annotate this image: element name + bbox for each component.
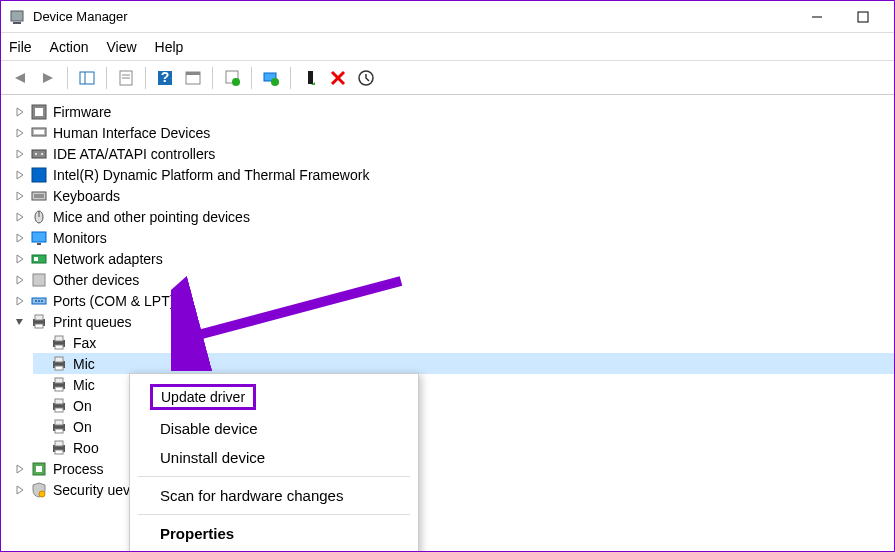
port-icon xyxy=(31,293,47,309)
collapse-icon[interactable] xyxy=(13,315,27,329)
tree-node[interactable]: IDE ATA/ATAPI controllers xyxy=(13,143,894,164)
tree-node[interactable]: Monitors xyxy=(13,227,894,248)
app-icon xyxy=(9,9,25,25)
svg-rect-35 xyxy=(37,243,41,245)
tree-node-label: Intel(R) Dynamic Platform and Thermal Fr… xyxy=(51,167,371,183)
expand-icon[interactable] xyxy=(13,189,27,203)
tree-node[interactable]: Mice and other pointing devices xyxy=(13,206,894,227)
ctx-scan-hardware[interactable]: Scan for hardware changes xyxy=(130,481,418,510)
tree-node[interactable]: Human Interface Devices xyxy=(13,122,894,143)
svg-rect-25 xyxy=(32,150,46,158)
toolbar: ? xyxy=(1,61,894,95)
tree-node-label: Print queues xyxy=(51,314,134,330)
monitor-icon xyxy=(31,230,47,246)
menu-action[interactable]: Action xyxy=(50,39,89,55)
printer-icon xyxy=(51,398,67,414)
network-icon xyxy=(31,251,47,267)
uninstall-device-button[interactable] xyxy=(325,65,351,91)
svg-point-42 xyxy=(41,300,43,302)
svg-rect-22 xyxy=(35,108,43,116)
tree-node-label: Other devices xyxy=(51,272,141,288)
scan-hardware-button[interactable] xyxy=(219,65,245,91)
menu-help[interactable]: Help xyxy=(155,39,184,55)
tree-node[interactable]: Firmware xyxy=(13,101,894,122)
svg-rect-45 xyxy=(35,324,43,328)
ctx-disable-device[interactable]: Disable device xyxy=(130,414,418,443)
tree-child-node[interactable]: Mic xyxy=(33,353,894,374)
expand-icon[interactable] xyxy=(13,105,27,119)
svg-point-41 xyxy=(38,300,40,302)
menu-view[interactable]: View xyxy=(106,39,136,55)
expand-icon[interactable] xyxy=(13,231,27,245)
maximize-button[interactable] xyxy=(840,1,886,33)
svg-point-26 xyxy=(35,153,37,155)
expand-icon[interactable] xyxy=(13,462,27,476)
tree-node-label: Firmware xyxy=(51,104,113,120)
ctx-uninstall-device[interactable]: Uninstall device xyxy=(130,443,418,472)
tree-node-label: Keyboards xyxy=(51,188,122,204)
expand-icon[interactable] xyxy=(13,483,27,497)
printer-icon xyxy=(51,377,67,393)
svg-rect-56 xyxy=(55,399,63,404)
update-driver-button[interactable] xyxy=(258,65,284,91)
properties-button[interactable] xyxy=(113,65,139,91)
svg-rect-47 xyxy=(55,336,63,341)
tree-node[interactable]: Network adapters xyxy=(13,248,894,269)
help-button[interactable]: ? xyxy=(152,65,178,91)
tree-child-node[interactable]: Fax xyxy=(33,332,894,353)
svg-rect-28 xyxy=(32,168,46,182)
tree-child-label: On xyxy=(71,419,94,435)
other-icon xyxy=(31,272,47,288)
svg-rect-12 xyxy=(186,72,200,75)
tree-node[interactable]: Other devices xyxy=(13,269,894,290)
svg-rect-60 xyxy=(55,429,63,433)
svg-rect-65 xyxy=(36,466,42,472)
tree-node[interactable]: Print queues xyxy=(13,311,894,332)
expand-icon[interactable] xyxy=(13,147,27,161)
svg-rect-51 xyxy=(55,366,63,370)
ctx-update-driver-label: Update driver xyxy=(150,384,256,410)
svg-rect-34 xyxy=(32,232,46,242)
forward-button[interactable] xyxy=(35,65,61,91)
tree-child-label: Mic xyxy=(71,356,97,372)
printer-icon xyxy=(51,356,67,372)
svg-rect-3 xyxy=(858,12,868,22)
expand-icon[interactable] xyxy=(13,273,27,287)
action-button[interactable] xyxy=(180,65,206,91)
menu-file[interactable]: File xyxy=(9,39,32,55)
tree-node-label: Process xyxy=(51,461,106,477)
keyboard-icon xyxy=(31,188,47,204)
tree-node[interactable]: Ports (COM & LPT) xyxy=(13,290,894,311)
ctx-update-driver[interactable]: Update driver xyxy=(130,380,418,414)
expand-icon[interactable] xyxy=(13,168,27,182)
svg-rect-38 xyxy=(33,274,45,286)
svg-rect-44 xyxy=(35,315,43,320)
expand-icon[interactable] xyxy=(13,294,27,308)
svg-rect-53 xyxy=(55,378,63,383)
menu-bar: File Action View Help xyxy=(1,33,894,61)
svg-rect-57 xyxy=(55,408,63,412)
ctx-separator-2 xyxy=(138,514,410,515)
tree-child-label: Mic xyxy=(71,377,97,393)
svg-rect-50 xyxy=(55,357,63,362)
svg-text:?: ? xyxy=(161,70,170,85)
svg-rect-24 xyxy=(34,130,44,134)
expand-icon[interactable] xyxy=(13,210,27,224)
expand-icon[interactable] xyxy=(13,252,27,266)
tree-node-label: Monitors xyxy=(51,230,109,246)
show-hide-tree-button[interactable] xyxy=(74,65,100,91)
enable-device-button[interactable] xyxy=(353,65,379,91)
svg-rect-1 xyxy=(13,22,21,24)
tree-node-label: Network adapters xyxy=(51,251,165,267)
svg-rect-63 xyxy=(55,450,63,454)
expand-icon[interactable] xyxy=(13,126,27,140)
disable-device-button[interactable] xyxy=(297,65,323,91)
ide-icon xyxy=(31,146,47,162)
tree-node[interactable]: Intel(R) Dynamic Platform and Thermal Fr… xyxy=(13,164,894,185)
tree-node[interactable]: Keyboards xyxy=(13,185,894,206)
printer-icon xyxy=(51,419,67,435)
security-icon xyxy=(31,482,47,498)
back-button[interactable] xyxy=(7,65,33,91)
ctx-properties[interactable]: Properties xyxy=(130,519,418,548)
minimize-button[interactable] xyxy=(794,1,840,33)
